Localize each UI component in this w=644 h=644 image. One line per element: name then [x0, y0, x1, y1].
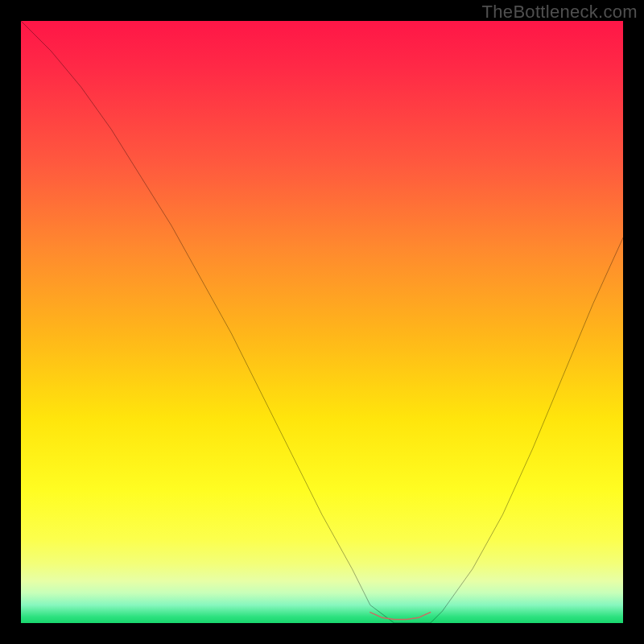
valley-highlight-path	[370, 613, 431, 620]
bottleneck-curve-path	[21, 21, 623, 623]
chart-frame: TheBottleneck.com	[0, 0, 644, 644]
plot-area	[21, 21, 623, 623]
watermark-text: TheBottleneck.com	[482, 2, 638, 23]
curve-group	[21, 21, 623, 623]
curve-svg	[21, 21, 623, 623]
